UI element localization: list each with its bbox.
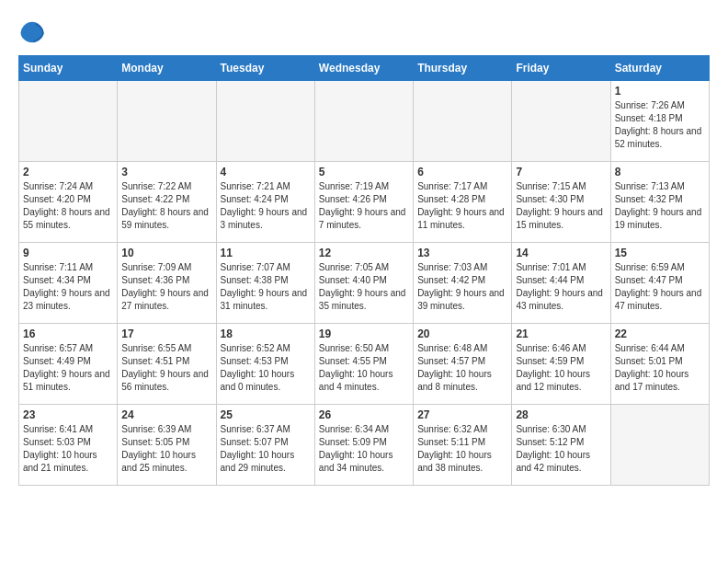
day-cell: 2Sunrise: 7:24 AM Sunset: 4:20 PM Daylig… <box>19 162 118 243</box>
logo-icon <box>18 18 46 46</box>
day-number: 21 <box>516 327 606 340</box>
day-info: Sunrise: 6:48 AM Sunset: 4:57 PM Dayligh… <box>417 342 507 394</box>
day-info: Sunrise: 6:55 AM Sunset: 4:51 PM Dayligh… <box>121 342 211 394</box>
calendar-table: SundayMondayTuesdayWednesdayThursdayFrid… <box>18 55 710 486</box>
day-number: 11 <box>221 247 311 259</box>
day-cell: 27Sunrise: 6:32 AM Sunset: 5:11 PM Dayli… <box>414 405 512 486</box>
day-info: Sunrise: 7:07 AM Sunset: 4:38 PM Dayligh… <box>221 261 311 313</box>
logo <box>18 18 50 46</box>
day-cell: 22Sunrise: 6:44 AM Sunset: 5:01 PM Dayli… <box>610 324 709 405</box>
day-cell: 14Sunrise: 7:01 AM Sunset: 4:44 PM Dayli… <box>512 243 610 324</box>
day-number: 23 <box>23 408 113 421</box>
day-number: 7 <box>516 166 606 178</box>
day-cell: 11Sunrise: 7:07 AM Sunset: 4:38 PM Dayli… <box>216 243 314 324</box>
day-number: 5 <box>319 166 409 178</box>
day-header-tuesday: Tuesday <box>216 56 314 81</box>
day-cell: 3Sunrise: 7:22 AM Sunset: 4:22 PM Daylig… <box>118 162 216 243</box>
day-cell: 19Sunrise: 6:50 AM Sunset: 4:55 PM Dayli… <box>314 324 413 405</box>
day-info: Sunrise: 6:37 AM Sunset: 5:07 PM Dayligh… <box>221 423 311 475</box>
day-cell: 23Sunrise: 6:41 AM Sunset: 5:03 PM Dayli… <box>19 405 118 486</box>
day-number: 2 <box>23 166 113 178</box>
day-number: 8 <box>615 166 705 178</box>
day-cell: 26Sunrise: 6:34 AM Sunset: 5:09 PM Dayli… <box>314 405 413 486</box>
calendar-body: 1Sunrise: 7:26 AM Sunset: 4:18 PM Daylig… <box>19 81 710 486</box>
week-row-2: 9Sunrise: 7:11 AM Sunset: 4:34 PM Daylig… <box>19 243 710 324</box>
day-number: 15 <box>615 247 705 259</box>
day-number: 24 <box>121 408 211 421</box>
day-cell: 28Sunrise: 6:30 AM Sunset: 5:12 PM Dayli… <box>512 405 610 486</box>
day-cell: 8Sunrise: 7:13 AM Sunset: 4:32 PM Daylig… <box>610 162 709 243</box>
day-number: 22 <box>615 327 705 340</box>
day-cell: 21Sunrise: 6:46 AM Sunset: 4:59 PM Dayli… <box>512 324 610 405</box>
day-info: Sunrise: 6:30 AM Sunset: 5:12 PM Dayligh… <box>516 423 606 475</box>
week-row-3: 16Sunrise: 6:57 AM Sunset: 4:49 PM Dayli… <box>19 324 710 405</box>
day-number: 18 <box>221 327 311 340</box>
day-info: Sunrise: 7:05 AM Sunset: 4:40 PM Dayligh… <box>319 261 409 313</box>
day-number: 19 <box>319 327 409 340</box>
day-cell: 5Sunrise: 7:19 AM Sunset: 4:26 PM Daylig… <box>314 162 413 243</box>
week-row-1: 2Sunrise: 7:24 AM Sunset: 4:20 PM Daylig… <box>19 162 710 243</box>
day-cell: 9Sunrise: 7:11 AM Sunset: 4:34 PM Daylig… <box>19 243 118 324</box>
day-header-wednesday: Wednesday <box>314 56 413 81</box>
day-info: Sunrise: 7:11 AM Sunset: 4:34 PM Dayligh… <box>23 261 113 313</box>
day-info: Sunrise: 6:59 AM Sunset: 4:47 PM Dayligh… <box>615 261 705 313</box>
day-cell: 18Sunrise: 6:52 AM Sunset: 4:53 PM Dayli… <box>216 324 314 405</box>
day-number: 14 <box>516 247 606 259</box>
day-number: 3 <box>121 166 211 178</box>
day-number: 27 <box>417 408 507 421</box>
day-number: 10 <box>121 247 211 259</box>
day-info: Sunrise: 7:17 AM Sunset: 4:28 PM Dayligh… <box>417 180 507 232</box>
day-info: Sunrise: 6:57 AM Sunset: 4:49 PM Dayligh… <box>23 342 113 394</box>
day-number: 1 <box>615 85 705 98</box>
day-number: 26 <box>319 408 409 421</box>
day-number: 25 <box>221 408 311 421</box>
calendar-header: SundayMondayTuesdayWednesdayThursdayFrid… <box>19 56 710 81</box>
day-cell <box>414 81 512 162</box>
day-number: 20 <box>417 327 507 340</box>
day-number: 16 <box>23 327 113 340</box>
day-number: 28 <box>516 408 606 421</box>
day-header-thursday: Thursday <box>414 56 512 81</box>
day-cell: 20Sunrise: 6:48 AM Sunset: 4:57 PM Dayli… <box>414 324 512 405</box>
week-row-4: 23Sunrise: 6:41 AM Sunset: 5:03 PM Dayli… <box>19 405 710 486</box>
day-cell: 17Sunrise: 6:55 AM Sunset: 4:51 PM Dayli… <box>118 324 216 405</box>
day-number: 12 <box>319 247 409 259</box>
day-cell <box>19 81 118 162</box>
day-info: Sunrise: 6:39 AM Sunset: 5:05 PM Dayligh… <box>121 423 211 475</box>
day-number: 13 <box>417 247 507 259</box>
day-number: 6 <box>417 166 507 178</box>
header-row: SundayMondayTuesdayWednesdayThursdayFrid… <box>19 56 710 81</box>
day-cell <box>118 81 216 162</box>
day-cell: 1Sunrise: 7:26 AM Sunset: 4:18 PM Daylig… <box>610 81 709 162</box>
day-info: Sunrise: 6:41 AM Sunset: 5:03 PM Dayligh… <box>23 423 113 475</box>
day-cell: 4Sunrise: 7:21 AM Sunset: 4:24 PM Daylig… <box>216 162 314 243</box>
day-info: Sunrise: 7:01 AM Sunset: 4:44 PM Dayligh… <box>516 261 606 313</box>
week-row-0: 1Sunrise: 7:26 AM Sunset: 4:18 PM Daylig… <box>19 81 710 162</box>
day-cell: 13Sunrise: 7:03 AM Sunset: 4:42 PM Dayli… <box>414 243 512 324</box>
day-cell <box>314 81 413 162</box>
day-cell: 24Sunrise: 6:39 AM Sunset: 5:05 PM Dayli… <box>118 405 216 486</box>
day-header-saturday: Saturday <box>610 56 709 81</box>
day-cell <box>610 405 709 486</box>
day-info: Sunrise: 6:44 AM Sunset: 5:01 PM Dayligh… <box>615 342 705 394</box>
day-cell: 10Sunrise: 7:09 AM Sunset: 4:36 PM Dayli… <box>118 243 216 324</box>
day-info: Sunrise: 7:13 AM Sunset: 4:32 PM Dayligh… <box>615 180 705 232</box>
day-cell: 12Sunrise: 7:05 AM Sunset: 4:40 PM Dayli… <box>314 243 413 324</box>
day-info: Sunrise: 6:52 AM Sunset: 4:53 PM Dayligh… <box>221 342 311 394</box>
day-cell: 6Sunrise: 7:17 AM Sunset: 4:28 PM Daylig… <box>414 162 512 243</box>
day-cell: 16Sunrise: 6:57 AM Sunset: 4:49 PM Dayli… <box>19 324 118 405</box>
day-number: 17 <box>121 327 211 340</box>
day-cell: 25Sunrise: 6:37 AM Sunset: 5:07 PM Dayli… <box>216 405 314 486</box>
page-header <box>18 18 710 46</box>
day-info: Sunrise: 6:46 AM Sunset: 4:59 PM Dayligh… <box>516 342 606 394</box>
day-number: 4 <box>221 166 311 178</box>
day-header-monday: Monday <box>118 56 216 81</box>
day-info: Sunrise: 7:24 AM Sunset: 4:20 PM Dayligh… <box>23 180 113 232</box>
day-info: Sunrise: 6:34 AM Sunset: 5:09 PM Dayligh… <box>319 423 409 475</box>
day-info: Sunrise: 7:15 AM Sunset: 4:30 PM Dayligh… <box>516 180 606 232</box>
day-info: Sunrise: 7:19 AM Sunset: 4:26 PM Dayligh… <box>319 180 409 232</box>
day-info: Sunrise: 7:22 AM Sunset: 4:22 PM Dayligh… <box>121 180 211 232</box>
day-header-sunday: Sunday <box>19 56 118 81</box>
day-cell <box>512 81 610 162</box>
day-info: Sunrise: 6:32 AM Sunset: 5:11 PM Dayligh… <box>417 423 507 475</box>
